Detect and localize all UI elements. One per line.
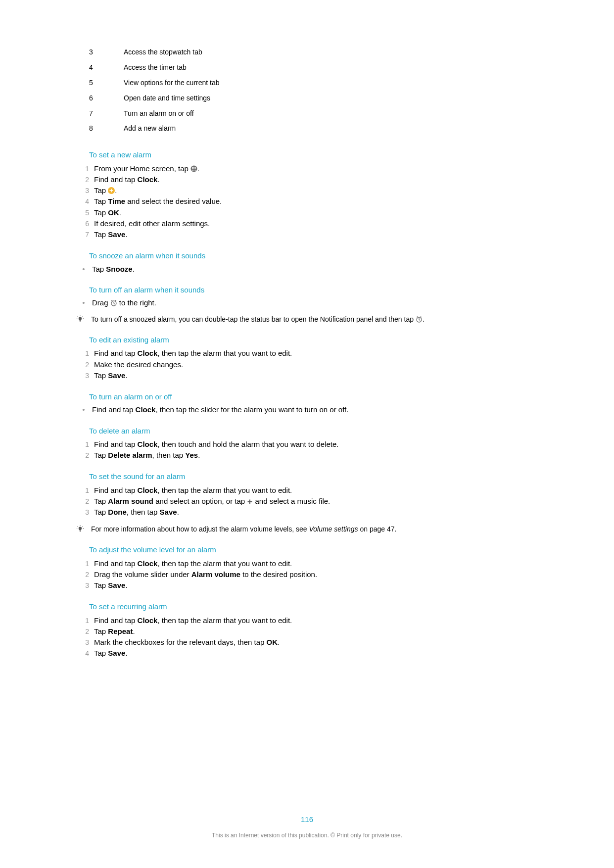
step: 2Make the desired changes. (89, 359, 525, 370)
section-heading: To delete an alarm (89, 426, 525, 436)
step-text: Tap Save. (94, 648, 525, 658)
bullet-mark: • (78, 405, 92, 415)
step-text: Tap Save. (94, 230, 525, 240)
step-number: 3 (78, 581, 94, 590)
svg-rect-12 (110, 190, 113, 191)
legend-number: 6 (89, 94, 124, 103)
legend-table: 3Access the stopwatch tab 4Access the ti… (89, 45, 525, 136)
svg-line-29 (421, 317, 422, 318)
legend-number: 8 (89, 124, 124, 133)
step: 3Tap Done, then tap Save. (89, 507, 525, 518)
alarm-clock-icon (416, 316, 423, 323)
step-text: From your Home screen, tap . (94, 164, 525, 174)
bullet-item: • Tap Snooze. (89, 264, 525, 274)
step-text: Mark the checkboxes for the relevant day… (94, 637, 525, 647)
page-number: 116 (0, 815, 614, 824)
step-number: 2 (78, 627, 94, 636)
legend-number: 5 (89, 78, 124, 88)
svg-point-1 (192, 167, 193, 168)
step-text: Tap Time and select the desired value. (94, 196, 525, 206)
svg-point-37 (77, 529, 77, 529)
step-number: 2 (78, 451, 94, 460)
svg-point-24 (83, 319, 84, 319)
step: 2Drag the volume slider under Alarm volu… (89, 569, 525, 580)
step: 1Find and tap Clock, then tap the alarm … (89, 558, 525, 569)
step: 1Find and tap Clock, then tap the alarm … (89, 485, 525, 496)
step-number: 1 (78, 440, 94, 449)
legend-row: 6Open date and time settings (89, 91, 525, 106)
tip-lightbulb-icon (76, 525, 91, 533)
svg-point-36 (82, 527, 83, 527)
section-heading: To set a recurring alarm (89, 602, 525, 612)
step-text: If desired, edit other alarm settings. (94, 219, 525, 229)
tip-note: To turn off a snoozed alarm, you can dou… (89, 315, 525, 324)
bullet-mark: • (78, 264, 92, 274)
step-text: Make the desired changes. (94, 360, 525, 370)
step-number: 6 (78, 219, 94, 229)
svg-point-5 (193, 168, 194, 169)
svg-rect-18 (80, 321, 81, 322)
step: 5 Tap OK. (89, 207, 525, 218)
tip-text: To turn off a snoozed alarm, you can dou… (91, 315, 525, 324)
step-text: Find and tap Clock. (94, 175, 525, 185)
legend-row: 7Turn an alarm on or off (89, 106, 525, 121)
svg-rect-31 (248, 501, 252, 502)
svg-point-7 (192, 169, 193, 170)
step-text: Tap Delete alarm, then tap Yes. (94, 450, 525, 460)
step-text: Tap Save. (94, 371, 525, 381)
section-toggle-alarm: To turn an alarm on or off • Find and ta… (89, 392, 525, 415)
step-text: Tap Done, then tap Save. (94, 507, 525, 517)
legend-number: 4 (89, 63, 124, 72)
legend-row: 5View options for the current tab (89, 75, 525, 91)
step-text: Tap Alarm sound and select an option, or… (94, 496, 525, 506)
svg-point-4 (192, 168, 193, 169)
svg-rect-19 (80, 322, 81, 322)
alarm-clock-icon (110, 299, 117, 306)
step-text: Find and tap Clock, then tap the alarm t… (94, 485, 525, 495)
bullet-item: • Find and tap Clock, then tap the slide… (89, 405, 525, 415)
step-number: 1 (78, 164, 94, 174)
step: 7 Tap Save. (89, 229, 525, 240)
bullet-item: • Drag to the right. (89, 298, 525, 308)
section-heading: To turn off an alarm when it sounds (89, 285, 525, 295)
section-alarm-volume: To adjust the volume level for an alarm … (89, 545, 525, 591)
legend-text: Add a new alarm (124, 124, 525, 133)
step-number: 1 (78, 349, 94, 358)
section-heading: To snooze an alarm when it sounds (89, 251, 525, 261)
legend-row: 3Access the stopwatch tab (89, 45, 525, 60)
apps-grid-icon (190, 165, 197, 172)
step-number: 3 (78, 371, 94, 381)
step-text: Drag the volume slider under Alarm volum… (94, 570, 525, 579)
svg-line-27 (419, 320, 420, 321)
legend-text: Turn an alarm on or off (124, 109, 525, 118)
step: 2Tap Delete alarm, then tap Yes. (89, 450, 525, 461)
step-text: Find and tap Clock, then tap the alarm t… (94, 348, 525, 358)
section-heading: To edit an existing alarm (89, 335, 525, 345)
legend-text: View options for the current tab (124, 78, 525, 88)
step-number: 1 (78, 559, 94, 569)
step-number: 4 (78, 649, 94, 658)
svg-point-23 (77, 319, 77, 319)
section-alarm-sound: To set the sound for an alarm 1Find and … (89, 472, 525, 534)
svg-line-16 (111, 300, 112, 301)
bullet-text: Tap Snooze. (92, 264, 525, 274)
svg-point-22 (82, 317, 83, 317)
legend-row: 8Add a new alarm (89, 121, 525, 136)
step: 4Tap Save. (89, 648, 525, 659)
step-text: Find and tap Clock, then tap the alarm t… (94, 559, 525, 569)
section-heading: To adjust the volume level for an alarm (89, 545, 525, 555)
legend-number: 7 (89, 109, 124, 118)
step-text: Tap . (94, 186, 525, 195)
svg-line-28 (417, 317, 418, 318)
step: 1Find and tap Clock, then tap the alarm … (89, 348, 525, 359)
step: 2Tap Alarm sound and select an option, o… (89, 496, 525, 507)
svg-point-3 (195, 167, 196, 168)
plus-icon (247, 499, 253, 505)
svg-point-20 (80, 316, 81, 317)
step-number: 3 (78, 508, 94, 517)
step-text: Tap Save. (94, 580, 525, 590)
add-alarm-fab-icon (108, 187, 115, 194)
step-number: 2 (78, 175, 94, 185)
step-text: Find and tap Clock, then touch and hold … (94, 439, 525, 449)
svg-line-15 (114, 303, 115, 304)
